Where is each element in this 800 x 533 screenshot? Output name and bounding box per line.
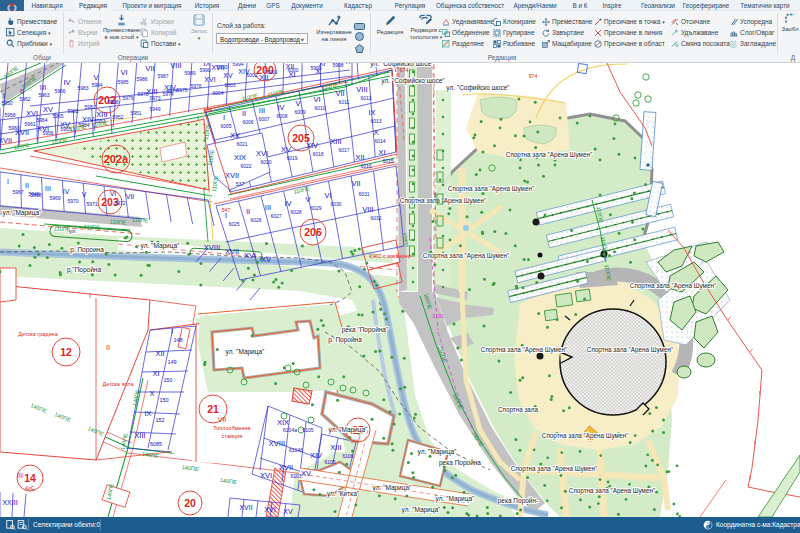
svg-text:6011: 6011	[339, 99, 350, 105]
svg-text:II: II	[25, 182, 29, 189]
svg-text:5994: 5994	[232, 63, 243, 67]
svg-text:ул. "Марица": ул. "Марица"	[418, 448, 458, 456]
svg-text:ул. "Марица": ул. "Марица"	[3, 209, 43, 217]
svg-text:6025: 6025	[228, 221, 239, 227]
svg-text:река Поройна: река Поройна	[439, 459, 481, 467]
svg-text:110ПЕ: 110ПЕ	[54, 225, 71, 232]
svg-text:VIII: VIII	[362, 205, 373, 214]
svg-text:6014: 6014	[374, 138, 385, 144]
svg-text:547: 547	[222, 207, 231, 213]
svg-text:XVII: XVII	[0, 136, 12, 145]
svg-text:6000: 6000	[287, 67, 298, 73]
svg-text:XIX: XIX	[277, 418, 289, 427]
svg-text:I: I	[171, 328, 173, 335]
svg-text:6013: 6013	[370, 118, 381, 124]
svg-text:5999: 5999	[310, 65, 321, 71]
svg-text:VIII: VIII	[170, 63, 181, 70]
svg-text:674: 674	[400, 67, 409, 73]
svg-text:5976: 5976	[190, 83, 201, 89]
svg-text:XI: XI	[378, 148, 385, 157]
svg-text:КиС: КиС	[25, 485, 35, 491]
svg-text:6105: 6105	[302, 427, 313, 433]
svg-text:6005: 6005	[220, 123, 231, 129]
svg-text:XIII: XIII	[330, 443, 341, 452]
svg-text:5975: 5975	[176, 87, 187, 93]
svg-text:I: I	[3, 91, 5, 100]
svg-text:Спортна зала "Арена Шумен": Спортна зала "Арена Шумен"	[542, 432, 628, 440]
svg-text:XVIII: XVIII	[269, 439, 285, 448]
svg-text:6006: 6006	[242, 119, 253, 125]
svg-text:XIII: XIII	[134, 431, 145, 440]
svg-text:XV: XV	[281, 145, 291, 154]
svg-text:666: 666	[204, 107, 213, 113]
svg-text:КЖС с магазини: КЖС с магазини	[369, 253, 410, 259]
svg-text:V: V	[82, 191, 87, 198]
svg-text:5989: 5989	[184, 70, 195, 76]
svg-text:Детска градина: Детска градина	[18, 331, 58, 337]
svg-text:21: 21	[207, 403, 219, 415]
svg-text:5974: 5974	[162, 91, 173, 97]
svg-text:6105: 6105	[324, 459, 335, 465]
svg-text:5967: 5967	[12, 189, 23, 195]
svg-text:ул. "Марица": ул. "Марица"	[436, 495, 476, 503]
svg-text:XVIII: XVIII	[204, 243, 220, 252]
svg-text:5973: 5973	[149, 95, 160, 101]
svg-text:IV: IV	[277, 103, 284, 112]
svg-text:5961: 5961	[24, 121, 35, 127]
svg-text:IV: IV	[63, 78, 70, 87]
svg-text:6001: 6001	[266, 69, 277, 75]
svg-text:XVI: XVI	[244, 251, 256, 260]
svg-text:XIV: XIV	[310, 451, 322, 460]
svg-text:XVII: XVII	[225, 247, 239, 256]
svg-text:202a: 202a	[104, 153, 129, 165]
svg-text:6021: 6021	[236, 141, 247, 147]
svg-text:206: 206	[304, 226, 322, 238]
svg-text:3191: 3191	[432, 313, 444, 319]
svg-text:VI: VI	[120, 68, 127, 77]
svg-text:5986: 5986	[136, 76, 147, 82]
svg-text:Спортна зала "Арена Шумен": Спортна зала "Арена Шумен"	[630, 282, 716, 290]
svg-text:VIII: VIII	[356, 85, 367, 94]
svg-text:5952: 5952	[112, 114, 123, 120]
svg-text:Спортна зала "Арена Шумен": Спортна зала "Арена Шумен"	[481, 346, 567, 354]
svg-text:6003: 6003	[224, 82, 235, 88]
svg-text:14: 14	[24, 472, 36, 484]
svg-text:5963: 5963	[38, 92, 49, 98]
svg-text:149: 149	[167, 359, 176, 365]
svg-text:6017: 6017	[338, 147, 349, 153]
svg-text:150: 150	[163, 377, 172, 383]
svg-text:5972: 5972	[114, 200, 125, 206]
svg-text:5979: 5979	[122, 95, 133, 101]
svg-text:12: 12	[60, 346, 72, 358]
svg-text:5968: 5968	[30, 192, 41, 198]
svg-text:974: 974	[529, 73, 538, 79]
svg-text:152: 152	[155, 417, 164, 423]
svg-text:6007: 6007	[258, 116, 269, 122]
svg-text:I: I	[89, 292, 91, 299]
svg-text:II: II	[106, 344, 110, 351]
svg-text:148: 148	[173, 337, 182, 343]
svg-text:5983: 5983	[77, 85, 88, 91]
svg-text:ул. "Софийско шосе": ул. "Софийско шосе"	[446, 84, 510, 92]
svg-text:6106: 6106	[342, 453, 353, 459]
svg-text:VI: VI	[324, 191, 331, 200]
svg-text:5987: 5987	[157, 73, 168, 79]
svg-text:5965: 5965	[52, 113, 63, 119]
svg-text:III: III	[259, 106, 265, 115]
svg-text:ул. "Софийско шосе": ул. "Софийско шосе"	[381, 77, 445, 85]
svg-text:6104a: 6104a	[283, 427, 297, 433]
svg-text:110ПЕ: 110ПЕ	[110, 218, 127, 225]
svg-text:XV: XV	[283, 508, 293, 515]
svg-text:5951: 5951	[130, 110, 141, 116]
svg-text:6008: 6008	[276, 113, 287, 119]
svg-text:XI: XI	[152, 369, 159, 378]
svg-text:V: V	[93, 73, 98, 82]
svg-text:II: II	[242, 109, 246, 118]
svg-text:VI: VI	[313, 95, 320, 104]
svg-text:VII: VII	[145, 64, 154, 73]
svg-text:IV: IV	[63, 188, 70, 195]
svg-text:Спортна зала "Арена Шумен": Спортна зала "Арена Шумен"	[569, 487, 655, 495]
svg-text:Детска ясла: Детска ясла	[103, 381, 135, 387]
svg-text:Спортна зала: Спортна зала	[498, 406, 538, 414]
svg-text:Спортна зала "Арена Шумен": Спортна зала "Арена Шумен"	[511, 465, 597, 473]
